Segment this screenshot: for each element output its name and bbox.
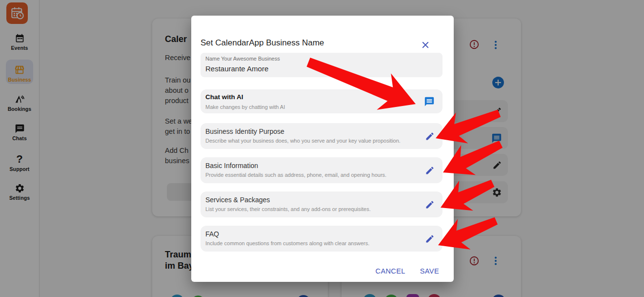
chat-icon[interactable] (424, 96, 435, 107)
section-services-packages[interactable]: Services & Packages List your services, … (201, 191, 443, 217)
section-title: FAQ (205, 230, 219, 238)
pencil-icon[interactable] (425, 166, 435, 175)
cancel-button[interactable]: CANCEL (375, 265, 406, 277)
section-title: Basic Information (205, 162, 258, 170)
section-title: Chat with AI (205, 93, 243, 101)
business-name-dialog: Set CalendarApp Business Name Name Your … (191, 16, 454, 282)
dialog-title: Set CalendarApp Business Name (201, 38, 324, 48)
section-faq[interactable]: FAQ Include common questions from custom… (201, 226, 443, 252)
business-name-input[interactable]: Name Your Awesome Business Restaurante A… (201, 53, 443, 77)
pencil-icon[interactable] (425, 234, 435, 244)
section-subtitle: Include common questions from customers … (205, 240, 369, 246)
section-subtitle: Make changes by chatting with AI (205, 104, 285, 110)
pencil-icon[interactable] (425, 200, 435, 210)
app-root: Events Business Bookings Chats ? (0, 0, 644, 297)
dialog-actions: CANCEL SAVE (375, 265, 440, 277)
section-business-identity-purpose[interactable]: Business Identity Purpose Describe what … (201, 123, 443, 149)
section-subtitle: Describe what your business does, who yo… (205, 138, 401, 144)
section-basic-information[interactable]: Basic Information Provide essential deta… (201, 157, 443, 183)
section-subtitle: List your services, their constraints, a… (205, 206, 371, 212)
close-icon[interactable] (421, 41, 430, 49)
section-title: Services & Packages (205, 196, 270, 204)
input-label: Name Your Awesome Business (205, 56, 280, 62)
section-title: Business Identity Purpose (205, 127, 284, 135)
section-chat-with-ai[interactable]: Chat with AI Make changes by chatting wi… (201, 89, 443, 113)
save-button[interactable]: SAVE (419, 265, 440, 277)
input-value: Restaurante Amore (205, 64, 268, 73)
section-subtitle: Provide essential details such as addres… (205, 172, 386, 178)
pencil-icon[interactable] (425, 131, 435, 141)
